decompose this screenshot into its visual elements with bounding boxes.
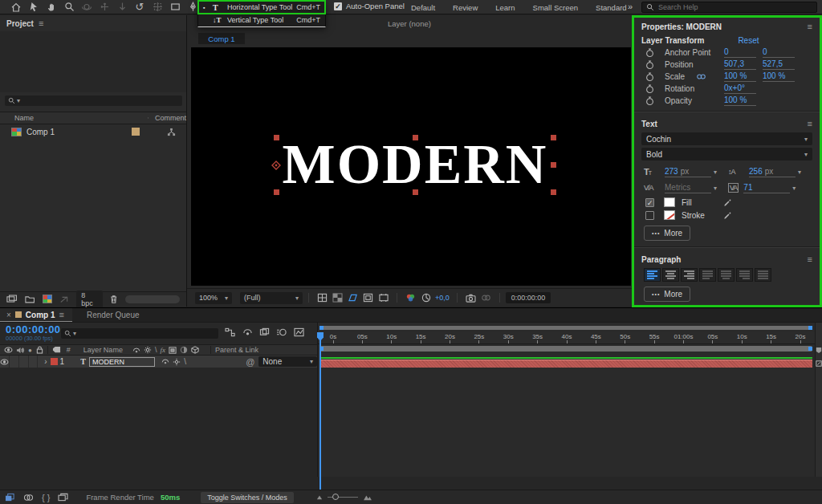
selection-handle[interactable] <box>551 135 556 140</box>
rectangle-tool-icon[interactable] <box>169 1 181 13</box>
menu-item-vertical-type-tool[interactable]: ↓T Vertical Type Tool Cmd+T <box>198 14 325 26</box>
selection-handle[interactable] <box>413 189 418 195</box>
snapshot-camera-icon[interactable] <box>465 293 477 303</box>
label-column-icon[interactable] <box>52 346 61 354</box>
hand-tool-icon[interactable] <box>45 1 58 13</box>
layer-quality-toggle[interactable]: \ <box>184 357 186 366</box>
timeline-comp-tab[interactable]: × Comp 1 ≡ <box>0 308 72 322</box>
workspace-small-screen[interactable]: Small Screen <box>533 3 579 12</box>
time-ruler[interactable]: 0s 05s 10s 15s 20s 25s 30s 35s 40s 45s 5… <box>318 332 816 344</box>
close-icon[interactable]: × <box>6 311 11 319</box>
effects-column-icon[interactable]: fx <box>160 346 165 354</box>
layer-audio-toggle[interactable] <box>10 356 19 368</box>
selection-tool-icon[interactable] <box>27 1 40 13</box>
position-y-value[interactable]: 527,5 <box>763 59 795 70</box>
selection-handle[interactable] <box>413 135 418 140</box>
navigator-start-handle[interactable] <box>319 326 324 330</box>
stroke-color-swatch[interactable] <box>664 210 675 220</box>
label-color-swatch[interactable] <box>132 128 140 136</box>
panel-menu-icon[interactable]: ≡ <box>59 310 64 319</box>
collapse-column-icon[interactable] <box>144 346 152 354</box>
work-area-end-handle[interactable] <box>808 347 812 351</box>
leading-field[interactable]: 256px <box>749 167 796 177</box>
workspace-overflow-icon[interactable]: » <box>628 2 633 11</box>
shy-column-icon[interactable] <box>132 347 140 354</box>
draft-preview-icon[interactable] <box>23 494 34 502</box>
fill-color-swatch[interactable] <box>664 197 675 207</box>
auto-open-panel[interactable]: ✓ Auto-Open Panel <box>334 2 405 10</box>
panel-menu-icon[interactable]: ≡ <box>808 22 812 31</box>
workspace-standard[interactable]: Standard <box>596 3 627 12</box>
label-column-icon[interactable] <box>148 114 149 122</box>
composition-viewer-tab[interactable]: Comp 1 <box>198 33 245 44</box>
expression-icon[interactable]: { } <box>42 493 50 502</box>
paragraph-more-button[interactable]: ••• More <box>644 287 690 302</box>
reset-link[interactable]: Reset <box>738 36 759 45</box>
project-search-box[interactable]: ▾ <box>5 96 182 106</box>
zoom-slider-knob[interactable] <box>332 494 339 500</box>
transparency-grid-icon[interactable] <box>332 293 344 303</box>
guide-options-icon[interactable] <box>377 293 389 303</box>
graph-editor-icon[interactable] <box>294 327 304 337</box>
panel-menu-icon[interactable]: ≡ <box>808 119 812 128</box>
parent-link-column-header[interactable]: Parent & Link <box>215 346 258 354</box>
timeline-search-box[interactable]: ▾ <box>61 328 218 339</box>
position-x-value[interactable]: 507,3 <box>724 59 756 70</box>
anchor-y-value[interactable]: 0 <box>763 47 795 58</box>
lock-column-icon[interactable] <box>36 346 43 354</box>
comp-button-icon[interactable] <box>816 360 822 367</box>
align-left-button[interactable] <box>644 268 661 282</box>
panel-menu-icon[interactable]: ≡ <box>39 18 43 28</box>
audio-column-icon[interactable] <box>16 347 24 354</box>
channel-settings-icon[interactable] <box>405 293 417 303</box>
orbit-camera-tool-icon[interactable] <box>80 1 93 13</box>
justify-all-button[interactable] <box>755 268 771 282</box>
justify-last-right-button[interactable] <box>736 268 753 282</box>
resolution-dropdown[interactable]: (Full)▾ <box>240 292 303 304</box>
shy-layers-icon[interactable] <box>242 327 253 337</box>
selection-handle[interactable] <box>551 189 556 195</box>
layer-name-column-header[interactable]: Layer Name <box>83 346 123 354</box>
scale-x-value[interactable]: 100 % <box>724 71 756 82</box>
font-size-field[interactable]: 273px <box>665 167 711 177</box>
selection-handle[interactable] <box>274 135 279 140</box>
stopwatch-icon[interactable] <box>645 84 665 94</box>
layer-solo-toggle[interactable] <box>19 356 29 368</box>
help-search-box[interactable] <box>641 2 817 13</box>
preview-timecode[interactable]: 0:00:00:00 <box>506 292 551 303</box>
zoom-out-mountain-icon[interactable] <box>316 494 323 500</box>
constrain-proportions-link-icon[interactable] <box>696 73 706 80</box>
anchor-x-value[interactable]: 0 <box>724 47 756 58</box>
stopwatch-icon[interactable] <box>645 72 665 82</box>
mask-visibility-icon[interactable] <box>347 293 359 303</box>
workspace-learn[interactable]: Learn <box>495 3 515 12</box>
layer-panel-tab[interactable]: Layer (none) <box>388 19 431 28</box>
timeline-navigator-bar[interactable] <box>319 326 812 330</box>
color-depth-button[interactable]: 8 bpc <box>76 291 103 308</box>
rotation-value[interactable]: 0x+0° <box>724 83 756 94</box>
workspace-default[interactable]: Default <box>411 3 435 12</box>
zoom-in-mountain-icon[interactable] <box>363 494 372 501</box>
layer-lock-toggle[interactable] <box>29 356 39 368</box>
layer-expand-icon[interactable]: › <box>44 357 47 366</box>
selection-handle[interactable] <box>551 162 556 168</box>
show-snapshot-icon[interactable] <box>480 293 492 303</box>
kerning-dropdown-icon[interactable]: ▾ <box>714 185 717 192</box>
project-item-row[interactable]: Comp 1 <box>0 125 186 138</box>
comp-marker-bin-icon[interactable] <box>816 347 822 354</box>
workspace-review[interactable]: Review <box>453 3 478 12</box>
align-right-button[interactable] <box>681 268 698 282</box>
leading-dropdown-icon[interactable]: ▾ <box>798 169 801 176</box>
layer-collapse-toggle[interactable] <box>173 358 181 366</box>
comment-column-header[interactable]: Comment <box>155 114 186 122</box>
grid-guides-icon[interactable] <box>316 293 328 303</box>
new-composition-icon[interactable] <box>43 295 52 303</box>
stopwatch-icon[interactable] <box>645 60 665 70</box>
home-icon[interactable] <box>10 1 22 13</box>
name-column-header[interactable]: Name <box>14 114 34 122</box>
tracking-dropdown-icon[interactable]: ▾ <box>792 185 796 192</box>
tracking-field[interactable]: 71 <box>743 183 790 193</box>
zoom-slider-track[interactable] <box>328 497 358 498</box>
work-area-bar[interactable] <box>319 346 812 352</box>
auto-open-checkbox[interactable]: ✓ <box>334 2 342 10</box>
